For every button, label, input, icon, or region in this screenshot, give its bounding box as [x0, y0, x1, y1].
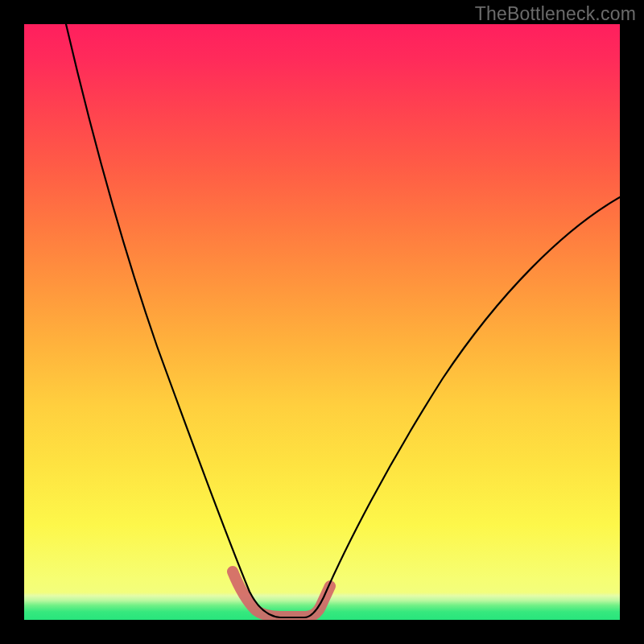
watermark-text: TheBottleneck.com: [475, 3, 636, 25]
bottleneck-curve: [66, 24, 620, 617]
plot-area: [24, 24, 620, 620]
chart-frame: TheBottleneck.com: [0, 0, 644, 644]
curve-layer: [24, 24, 620, 620]
